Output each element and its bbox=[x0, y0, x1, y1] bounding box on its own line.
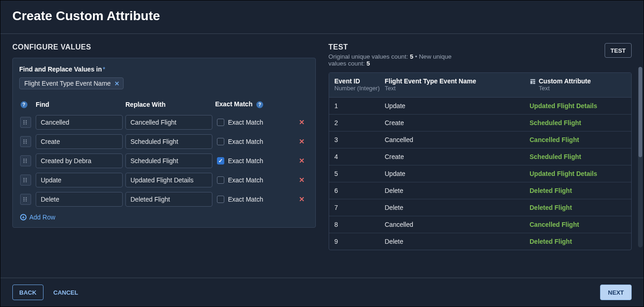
delete-row-icon[interactable]: ✕ bbox=[296, 195, 308, 203]
svg-point-27 bbox=[26, 197, 27, 198]
plus-icon: + bbox=[20, 214, 27, 220]
find-input[interactable] bbox=[36, 173, 123, 187]
col-event-name: Flight Event Type Event Name Text bbox=[385, 77, 530, 92]
footer-left: BACK CANCEL bbox=[12, 285, 85, 300]
cell-event-name: Delete bbox=[385, 238, 530, 245]
cell-event-name: Cancelled bbox=[385, 136, 530, 143]
cell-custom-value: Deleted Flight bbox=[530, 187, 626, 194]
exact-match-toggle[interactable]: Exact Match bbox=[215, 157, 293, 164]
page-body: CONFIGURE VALUES Find and Replace Values… bbox=[0, 34, 644, 278]
cell-event-id: 6 bbox=[335, 187, 385, 194]
next-button[interactable]: NEXT bbox=[600, 285, 632, 300]
exact-match-label: Exact Match bbox=[228, 176, 263, 184]
svg-point-7 bbox=[23, 141, 24, 142]
drag-handle-icon[interactable] bbox=[20, 136, 31, 147]
cancel-button[interactable]: CANCEL bbox=[47, 285, 85, 300]
drag-handle-icon[interactable] bbox=[20, 155, 31, 166]
exact-match-checkbox[interactable] bbox=[217, 119, 224, 126]
rules-header: Find Replace With Exact Match bbox=[19, 99, 309, 113]
add-row-button[interactable]: + Add Row bbox=[19, 214, 55, 221]
svg-point-16 bbox=[26, 160, 27, 161]
cell-custom-value: Deleted Flight bbox=[530, 238, 626, 245]
delete-row-icon[interactable]: ✕ bbox=[296, 157, 308, 165]
find-input[interactable] bbox=[36, 192, 123, 207]
chip-remove-icon[interactable]: ✕ bbox=[114, 80, 119, 87]
delete-row-icon[interactable]: ✕ bbox=[296, 118, 308, 126]
delete-row-icon[interactable]: ✕ bbox=[296, 176, 308, 184]
exact-match-help-icon[interactable] bbox=[256, 101, 264, 108]
exact-match-checkbox[interactable] bbox=[217, 196, 224, 203]
exact-match-toggle[interactable]: Exact Match bbox=[215, 138, 293, 145]
test-table: Event ID Number (Integer) Flight Event T… bbox=[329, 72, 632, 250]
back-button[interactable]: BACK bbox=[12, 285, 43, 300]
svg-point-23 bbox=[26, 181, 27, 182]
replace-input[interactable] bbox=[125, 134, 212, 149]
cell-event-id: 5 bbox=[335, 170, 385, 177]
cell-custom-value: Cancelled Flight bbox=[530, 136, 626, 143]
table-row: 8CancelledCancelled Flight bbox=[329, 216, 632, 233]
exact-match-label: Exact Match bbox=[228, 119, 263, 126]
table-row: 5UpdateUpdated Flight Details bbox=[329, 165, 632, 182]
exact-match-checkbox[interactable] bbox=[217, 138, 224, 145]
drag-handle-icon[interactable] bbox=[20, 117, 31, 128]
svg-point-24 bbox=[23, 197, 24, 198]
scrollbar-thumb[interactable] bbox=[639, 67, 642, 157]
svg-point-2 bbox=[23, 123, 24, 124]
drag-handle-icon[interactable] bbox=[20, 194, 31, 205]
cell-event-name: Cancelled bbox=[385, 221, 530, 228]
svg-point-11 bbox=[26, 143, 27, 143]
exact-match-checkbox[interactable] bbox=[217, 176, 224, 184]
drag-help-icon[interactable] bbox=[20, 101, 27, 108]
source-column-chip[interactable]: Flight Event Type Event Name ✕ bbox=[19, 77, 124, 89]
delete-row-icon[interactable]: ✕ bbox=[296, 137, 308, 146]
scrollbar[interactable] bbox=[638, 67, 643, 247]
rule-row: Exact Match✕ bbox=[19, 132, 309, 151]
cell-custom-value: Scheduled Flight bbox=[530, 153, 626, 160]
cell-event-id: 3 bbox=[335, 136, 385, 143]
svg-point-19 bbox=[23, 180, 24, 181]
cell-custom-value: Updated Flight Details bbox=[530, 170, 626, 177]
svg-point-26 bbox=[23, 200, 24, 201]
table-row: 2CreateScheduled Flight bbox=[329, 115, 632, 132]
replace-input[interactable] bbox=[125, 154, 212, 168]
svg-point-14 bbox=[23, 162, 24, 163]
col-find: Find bbox=[36, 101, 123, 108]
cell-event-id: 1 bbox=[335, 102, 385, 110]
svg-point-13 bbox=[23, 160, 24, 161]
svg-point-22 bbox=[26, 180, 27, 181]
calculated-icon bbox=[530, 78, 536, 85]
replace-input[interactable] bbox=[125, 115, 212, 130]
cell-event-name: Update bbox=[385, 102, 530, 110]
find-input[interactable] bbox=[36, 154, 123, 168]
cell-custom-value: Updated Flight Details bbox=[530, 102, 626, 110]
drag-handle-icon[interactable] bbox=[20, 175, 31, 186]
add-row-label: Add Row bbox=[29, 214, 55, 221]
find-input[interactable] bbox=[36, 115, 123, 130]
svg-point-9 bbox=[26, 139, 27, 140]
exact-match-toggle[interactable]: Exact Match bbox=[215, 119, 293, 126]
replace-input[interactable] bbox=[125, 173, 212, 187]
configure-card: Find and Replace Values in* Flight Event… bbox=[12, 58, 316, 228]
exact-match-checkbox[interactable] bbox=[217, 157, 224, 164]
run-test-button[interactable]: TEST bbox=[605, 43, 632, 58]
exact-match-toggle[interactable]: Exact Match bbox=[215, 176, 293, 184]
cell-event-id: 8 bbox=[335, 221, 385, 228]
svg-point-17 bbox=[26, 162, 27, 163]
cell-event-name: Create bbox=[385, 153, 530, 160]
col-custom-attribute: Custom Attribute Text bbox=[530, 77, 626, 92]
table-row: 9DeleteDeleted Flight bbox=[329, 233, 632, 250]
svg-point-10 bbox=[26, 141, 27, 142]
svg-point-5 bbox=[26, 123, 27, 124]
svg-point-12 bbox=[23, 159, 24, 159]
table-row: 7DeleteDeleted Flight bbox=[329, 199, 632, 216]
svg-point-4 bbox=[26, 122, 27, 123]
col-exact: Exact Match bbox=[215, 100, 293, 108]
table-row: 4CreateScheduled Flight bbox=[329, 148, 632, 165]
replace-input[interactable] bbox=[125, 192, 212, 207]
cell-event-id: 9 bbox=[335, 238, 385, 245]
exact-match-toggle[interactable]: Exact Match bbox=[215, 196, 293, 203]
test-table-head: Event ID Number (Integer) Flight Event T… bbox=[329, 73, 632, 98]
test-section-title: TEST bbox=[329, 43, 466, 51]
find-input[interactable] bbox=[36, 134, 123, 149]
chip-label: Flight Event Type Event Name bbox=[24, 80, 111, 87]
